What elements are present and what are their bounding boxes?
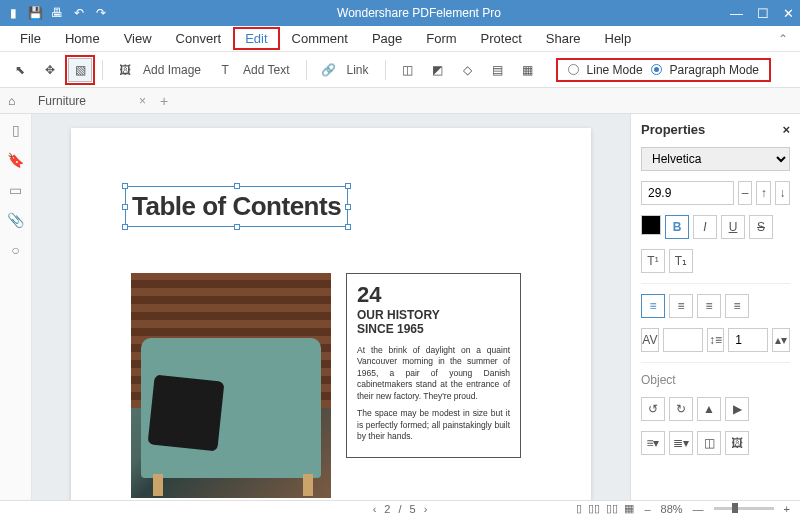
side-rail: ▯ 🔖 ▭ 📎 ○	[0, 114, 32, 500]
paragraph-mode-radio[interactable]	[651, 64, 662, 75]
prev-page-icon[interactable]: ‹	[373, 503, 377, 515]
strike-button[interactable]: S	[749, 215, 773, 239]
rotate-cw-icon[interactable]: ↻	[669, 397, 693, 421]
flip-vertical-icon[interactable]: ▲	[697, 397, 721, 421]
align-objects-left-icon[interactable]: ≡▾	[641, 431, 665, 455]
crop-object-icon[interactable]: ◫	[697, 431, 721, 455]
lineheight-input[interactable]	[728, 328, 768, 352]
menu-edit[interactable]: Edit	[233, 27, 279, 50]
stepper-icon[interactable]: ▴▾	[772, 328, 790, 352]
superscript-button[interactable]: T¹	[641, 249, 665, 273]
line-mode-radio[interactable]	[568, 64, 579, 75]
replace-image-icon[interactable]: 🖼	[725, 431, 749, 455]
zoom-out-icon[interactable]: –	[644, 503, 650, 515]
bold-button[interactable]: B	[665, 215, 689, 239]
redo-icon[interactable]: ↷	[94, 6, 108, 20]
grow-font-icon[interactable]: ↑	[756, 181, 771, 205]
flip-horizontal-icon[interactable]: ▶	[725, 397, 749, 421]
font-color-swatch[interactable]	[641, 215, 661, 235]
thumbnails-icon[interactable]: ▯	[12, 122, 20, 138]
maximize-icon[interactable]: ☐	[757, 6, 769, 21]
select-tool-icon[interactable]: ⬉	[8, 58, 32, 82]
panel-close-icon[interactable]: ×	[782, 122, 790, 137]
resize-handle[interactable]	[234, 183, 240, 189]
page-current[interactable]: 2	[384, 503, 390, 515]
menu-convert[interactable]: Convert	[164, 27, 234, 50]
align-justify-button[interactable]: ≡	[725, 294, 749, 318]
zoom-slider[interactable]	[714, 507, 774, 510]
next-page-icon[interactable]: ›	[424, 503, 428, 515]
add-image-button[interactable]: Add Image	[143, 63, 201, 77]
view-two-icon[interactable]: ▯▯	[606, 502, 618, 515]
background-icon[interactable]: ◇	[456, 58, 480, 82]
shrink-font-icon[interactable]: ↓	[775, 181, 790, 205]
view-grid-icon[interactable]: ▦	[624, 502, 634, 515]
line-mode-label[interactable]: Line Mode	[587, 63, 643, 77]
close-icon[interactable]: ✕	[783, 6, 794, 21]
bookmarks-icon[interactable]: 🔖	[7, 152, 24, 168]
tab-close-icon[interactable]: ×	[139, 94, 146, 108]
rotate-ccw-icon[interactable]: ↺	[641, 397, 665, 421]
undo-icon[interactable]: ↶	[72, 6, 86, 20]
menu-page[interactable]: Page	[360, 27, 414, 50]
minimize-icon[interactable]: ―	[730, 6, 743, 21]
subscript-button[interactable]: T₁	[669, 249, 693, 273]
resize-handle[interactable]	[345, 224, 351, 230]
zoom-value[interactable]: 88%	[661, 503, 683, 515]
align-right-button[interactable]: ≡	[697, 294, 721, 318]
font-size-input[interactable]	[641, 181, 734, 205]
menu-view[interactable]: View	[112, 27, 164, 50]
add-image-icon[interactable]: 🖼	[113, 58, 137, 82]
letterspacing-input[interactable]	[663, 328, 703, 352]
save-icon[interactable]: 💾	[28, 6, 42, 20]
watermark-icon[interactable]: ◩	[426, 58, 450, 82]
view-single-icon[interactable]: ▯	[576, 502, 582, 515]
zoom-in-icon[interactable]: —	[693, 503, 704, 515]
resize-handle[interactable]	[122, 183, 128, 189]
resize-handle[interactable]	[234, 224, 240, 230]
menu-file[interactable]: File	[8, 27, 53, 50]
size-down-icon[interactable]: –	[738, 181, 753, 205]
font-select[interactable]: Helvetica	[641, 147, 790, 171]
toc-heading[interactable]: Table of Contents	[132, 191, 341, 221]
content-image[interactable]	[131, 273, 331, 498]
align-left-button[interactable]: ≡	[641, 294, 665, 318]
selected-text-frame[interactable]: Table of Contents	[125, 186, 348, 227]
italic-button[interactable]: I	[693, 215, 717, 239]
collapse-ribbon-icon[interactable]: ⌃	[778, 32, 788, 46]
attachments-icon[interactable]: 📎	[7, 212, 24, 228]
align-center-button[interactable]: ≡	[669, 294, 693, 318]
document-tab[interactable]: Furniture ×	[32, 91, 152, 111]
resize-handle[interactable]	[122, 204, 128, 210]
resize-handle[interactable]	[345, 183, 351, 189]
add-text-button[interactable]: Add Text	[243, 63, 289, 77]
link-button[interactable]: Link	[347, 63, 369, 77]
resize-handle[interactable]	[122, 224, 128, 230]
page-canvas[interactable]: Table of Contents 24 OUR HISTORYSINCE 19…	[32, 114, 630, 500]
print-icon[interactable]: 🖶	[50, 6, 64, 20]
new-tab-icon[interactable]: +	[160, 93, 168, 109]
search-panel-icon[interactable]: ○	[11, 242, 19, 258]
menu-protect[interactable]: Protect	[469, 27, 534, 50]
hand-tool-icon[interactable]: ✥	[38, 58, 62, 82]
bates-icon[interactable]: ▦	[516, 58, 540, 82]
edit-tool-icon[interactable]: ▧	[68, 58, 92, 82]
menu-home[interactable]: Home	[53, 27, 112, 50]
crop-icon[interactable]: ◫	[396, 58, 420, 82]
view-continuous-icon[interactable]: ▯▯	[588, 502, 600, 515]
comments-icon[interactable]: ▭	[9, 182, 22, 198]
underline-button[interactable]: U	[721, 215, 745, 239]
resize-handle[interactable]	[345, 204, 351, 210]
link-icon[interactable]: 🔗	[317, 58, 341, 82]
menu-comment[interactable]: Comment	[280, 27, 360, 50]
menu-help[interactable]: Help	[593, 27, 644, 50]
distribute-icon[interactable]: ≣▾	[669, 431, 693, 455]
content-text-block[interactable]: 24 OUR HISTORYSINCE 1965 At the brink of…	[346, 273, 521, 458]
add-text-icon[interactable]: T	[213, 58, 237, 82]
menu-form[interactable]: Form	[414, 27, 468, 50]
zoom-plus-icon[interactable]: +	[784, 503, 790, 515]
header-footer-icon[interactable]: ▤	[486, 58, 510, 82]
home-tab-icon[interactable]: ⌂	[8, 94, 24, 108]
paragraph-mode-label[interactable]: Paragraph Mode	[670, 63, 759, 77]
menu-share[interactable]: Share	[534, 27, 593, 50]
